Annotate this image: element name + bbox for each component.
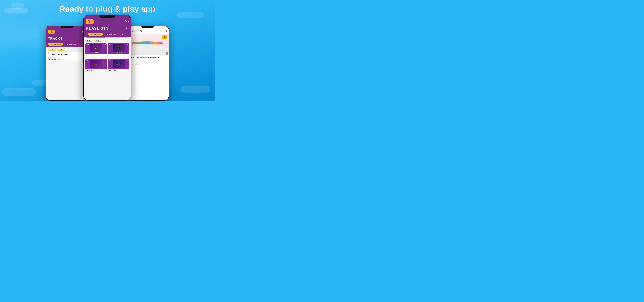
level-tab-1-left[interactable]: Level 1 bbox=[48, 48, 56, 51]
level-tab-2-left[interactable]: Level 2 bbox=[57, 48, 65, 51]
list-item[interactable]: C ☆ READY SET... bbox=[108, 58, 129, 72]
lyric-faded: A-camping we will go bbox=[128, 64, 167, 65]
tracks-title-row: TRACKS bbox=[46, 36, 88, 41]
thumb-badge-cd-3: C bbox=[86, 59, 88, 61]
star-4: ☆ bbox=[127, 59, 128, 61]
thumb-badge-cd: C D bbox=[86, 44, 89, 45]
playlists-title: PLAYLISTS bbox=[86, 26, 109, 30]
lyric-highlight: YAY!! bbox=[128, 60, 167, 61]
track-name-1: 04 - BALANCE - PANCAKE PLAY bbox=[48, 54, 67, 55]
art-4: READY SET... bbox=[112, 60, 125, 68]
center-filter-tabs: Ready Set Dance Ready Set Ballet … bbox=[86, 31, 129, 37]
table-row[interactable]: 03 min 28 sec 04 - BALANCE - PANCAKE PLA… bbox=[46, 52, 88, 56]
playlist-name-rsd: RSD - PUBLIC APPRO... bbox=[109, 54, 128, 56]
video-body: Everybody ready to go on a camping adven… bbox=[126, 56, 169, 100]
right-phone: Audio Video × bbox=[126, 26, 169, 101]
star-celebrate: ☆ bbox=[104, 44, 106, 46]
video-screen: Audio Video × bbox=[126, 26, 169, 100]
playlists-screen: READYSETDANCE PLAYLISTS bbox=[84, 15, 131, 100]
center-phone-screen: READYSETDANCE PLAYLISTS bbox=[84, 15, 131, 100]
playlist-name-4: READY SET... bbox=[109, 70, 128, 71]
right-phone-screen: Audio Video × bbox=[126, 26, 169, 100]
center-phone-notch bbox=[99, 15, 116, 18]
playlists-body: Level 1 Level 2 C D ☆ bbox=[84, 38, 131, 100]
center-phone: READYSETDANCE PLAYLISTS bbox=[83, 15, 132, 101]
filter-tab-ballet-left[interactable]: Ready Set Ballet bbox=[64, 42, 78, 46]
svg-line-5 bbox=[127, 28, 128, 29]
page-title: Ready to plug & play app bbox=[0, 4, 215, 14]
clock-icon-1 bbox=[48, 52, 49, 54]
tracks-screen: READYSETDANCE TRACKS bbox=[46, 26, 88, 100]
playlist-thumb-celebrate: C D ☆ READY SET CELEBRATE bbox=[86, 43, 107, 54]
lyric-dim: A-camping we will go bbox=[128, 62, 167, 64]
playlist-info-3: READY SET D... bbox=[86, 69, 107, 72]
right-phone-notch bbox=[141, 26, 154, 28]
left-filter-tabs: Ready Set Dance Ready Set Ballet bbox=[46, 41, 88, 47]
filter-tab-more-center[interactable]: … bbox=[120, 32, 126, 36]
video-tab[interactable]: Video bbox=[138, 30, 146, 32]
lyrics-main: Everybody ready to go on a camping adven… bbox=[128, 57, 167, 59]
playlist-info-rsd: RSD - PUBLIC APPRO... 27 MIN 36 SEC bbox=[108, 54, 129, 57]
track-duration-2: 02 min 05 sec bbox=[48, 57, 86, 58]
playlist-duration-rsd: 27 MIN 36 SEC bbox=[109, 56, 128, 56]
star-3: ☆ bbox=[104, 59, 106, 61]
center-level-tabs: Level 1 Level 2 bbox=[86, 39, 129, 42]
left-level-tabs: Level 1 Level 2 bbox=[46, 47, 88, 52]
app-logo-left: READYSETDANCE bbox=[48, 30, 54, 34]
playlist-thumb-rsd: D ☆ READY SET DANCE bbox=[108, 43, 129, 54]
track-list: 03 min 28 sec 04 - BALANCE - PANCAKE PLA… bbox=[46, 52, 88, 100]
user-icon-center[interactable] bbox=[125, 20, 129, 24]
left-phone: READYSETDANCE TRACKS bbox=[46, 26, 88, 101]
left-phone-screen: READYSETDANCE TRACKS bbox=[46, 26, 88, 100]
track-duration-1: 03 min 28 sec bbox=[48, 52, 86, 54]
filter-tab-dance-center[interactable]: Ready Set Dance bbox=[88, 32, 103, 36]
celebrate-art: READY SET CELEBRATE bbox=[90, 44, 102, 52]
level-tab-2-center[interactable]: Level 2 bbox=[94, 39, 102, 42]
app-logo-center: READYSETDANCE bbox=[86, 19, 94, 24]
thumb-badge-d-4: C bbox=[109, 59, 111, 61]
filter-tab-dance-left[interactable]: Ready Set Dance bbox=[48, 42, 63, 46]
video-scene: READYSETDANCE bbox=[126, 34, 169, 56]
art-3: READY SET D... bbox=[90, 60, 102, 68]
playlists-header: READYSETDANCE PLAYLISTS bbox=[84, 15, 131, 37]
playlist-thumb-4: C ☆ READY SET... bbox=[108, 58, 129, 69]
list-item[interactable]: D ☆ READY SET DANCE bbox=[108, 43, 129, 57]
playlists-header-top: READYSETDANCE bbox=[86, 19, 129, 24]
left-phone-notch bbox=[60, 26, 74, 28]
parachute bbox=[132, 42, 163, 44]
svg-point-4 bbox=[126, 28, 127, 29]
track-name-row-2: 04 - BALANCE - TIGHTROPE IN TH... ⬇ ☆ bbox=[48, 58, 86, 60]
playlist-grid: C D ☆ READY SET CELEBRATE bbox=[86, 43, 129, 72]
playlist-name-3: READY SET D... bbox=[86, 70, 106, 71]
fullscreen-icon[interactable] bbox=[166, 52, 168, 55]
track-name-2: 04 - BALANCE - TIGHTROPE IN TH... bbox=[48, 59, 69, 60]
list-item[interactable]: C D ☆ READY SET CELEBRATE bbox=[86, 43, 107, 57]
tracks-count-celebrate: 12 TRACKS bbox=[93, 52, 99, 53]
clock-icon-2 bbox=[48, 57, 49, 58]
playlist-name-celebrate: READY SET CELEBRATE bbox=[86, 54, 106, 56]
star-rsd: ☆ bbox=[127, 44, 128, 46]
video-rsd-logo: READYSETDANCE bbox=[162, 35, 167, 39]
level-tab-1-center[interactable]: Level 1 bbox=[86, 39, 94, 42]
list-item[interactable]: C ☆ READY SET D... bbox=[86, 58, 107, 72]
thumb-badge-d: D bbox=[109, 44, 111, 45]
video-player[interactable]: READYSETDANCE bbox=[126, 34, 169, 56]
playlist-info-celebrate: READY SET CELEBRATE 18 MIN 24 SEC bbox=[86, 54, 107, 57]
rsd-art: READY SET DANCE bbox=[112, 44, 125, 52]
table-row[interactable]: 02 min 05 sec 04 - BALANCE - TIGHTROPE I… bbox=[46, 56, 88, 61]
playlist-info-4: READY SET... bbox=[108, 69, 129, 72]
filter-tab-ballet-center[interactable]: Ready Set Ballet bbox=[104, 32, 118, 36]
tracks-title: TRACKS bbox=[48, 37, 62, 40]
floor-line bbox=[126, 50, 169, 50]
track-name-row-1: 04 - BALANCE - PANCAKE PLAY ⬇ ☆ bbox=[48, 54, 86, 56]
phones-container: READYSETDANCE TRACKS bbox=[0, 18, 215, 101]
close-button[interactable]: × bbox=[165, 30, 167, 32]
playlist-thumb-3: C ☆ READY SET D... bbox=[86, 58, 107, 69]
playlist-duration-celebrate: 18 MIN 24 SEC bbox=[86, 56, 106, 56]
playlists-title-row: PLAYLISTS bbox=[86, 25, 129, 31]
tracks-count-rsd: 17 TRACKS bbox=[116, 52, 122, 53]
search-icon-center[interactable] bbox=[125, 26, 129, 30]
